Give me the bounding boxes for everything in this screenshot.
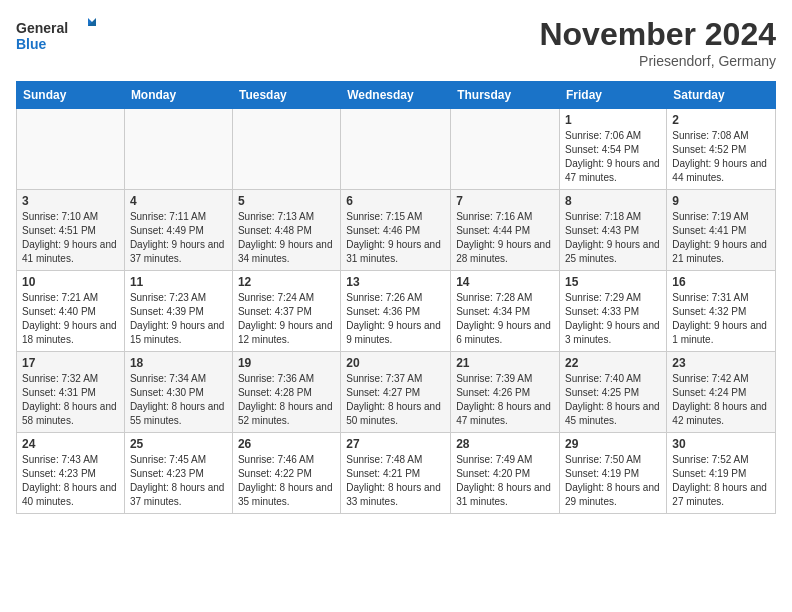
- day-number: 28: [456, 437, 554, 451]
- weekday-header-tuesday: Tuesday: [232, 82, 340, 109]
- day-number: 27: [346, 437, 445, 451]
- day-info: Sunrise: 7:32 AM Sunset: 4:31 PM Dayligh…: [22, 372, 119, 428]
- calendar-header: SundayMondayTuesdayWednesdayThursdayFrid…: [17, 82, 776, 109]
- week-row-3: 10Sunrise: 7:21 AM Sunset: 4:40 PM Dayli…: [17, 271, 776, 352]
- day-number: 6: [346, 194, 445, 208]
- calendar-cell: 11Sunrise: 7:23 AM Sunset: 4:39 PM Dayli…: [124, 271, 232, 352]
- calendar-cell: 4Sunrise: 7:11 AM Sunset: 4:49 PM Daylig…: [124, 190, 232, 271]
- day-info: Sunrise: 7:50 AM Sunset: 4:19 PM Dayligh…: [565, 453, 661, 509]
- calendar-cell: 12Sunrise: 7:24 AM Sunset: 4:37 PM Dayli…: [232, 271, 340, 352]
- calendar-cell: 24Sunrise: 7:43 AM Sunset: 4:23 PM Dayli…: [17, 433, 125, 514]
- day-number: 8: [565, 194, 661, 208]
- logo: General Blue: [16, 16, 96, 56]
- location: Priesendorf, Germany: [539, 53, 776, 69]
- calendar-cell: 17Sunrise: 7:32 AM Sunset: 4:31 PM Dayli…: [17, 352, 125, 433]
- day-number: 18: [130, 356, 227, 370]
- calendar-cell: [341, 109, 451, 190]
- calendar-cell: [451, 109, 560, 190]
- day-number: 1: [565, 113, 661, 127]
- day-number: 24: [22, 437, 119, 451]
- day-number: 26: [238, 437, 335, 451]
- day-number: 11: [130, 275, 227, 289]
- calendar-cell: 18Sunrise: 7:34 AM Sunset: 4:30 PM Dayli…: [124, 352, 232, 433]
- day-number: 20: [346, 356, 445, 370]
- day-info: Sunrise: 7:36 AM Sunset: 4:28 PM Dayligh…: [238, 372, 335, 428]
- day-number: 22: [565, 356, 661, 370]
- day-info: Sunrise: 7:52 AM Sunset: 4:19 PM Dayligh…: [672, 453, 770, 509]
- week-row-5: 24Sunrise: 7:43 AM Sunset: 4:23 PM Dayli…: [17, 433, 776, 514]
- calendar-cell: 5Sunrise: 7:13 AM Sunset: 4:48 PM Daylig…: [232, 190, 340, 271]
- calendar-cell: 26Sunrise: 7:46 AM Sunset: 4:22 PM Dayli…: [232, 433, 340, 514]
- calendar-cell: 19Sunrise: 7:36 AM Sunset: 4:28 PM Dayli…: [232, 352, 340, 433]
- day-info: Sunrise: 7:16 AM Sunset: 4:44 PM Dayligh…: [456, 210, 554, 266]
- day-number: 4: [130, 194, 227, 208]
- day-info: Sunrise: 7:26 AM Sunset: 4:36 PM Dayligh…: [346, 291, 445, 347]
- day-info: Sunrise: 7:42 AM Sunset: 4:24 PM Dayligh…: [672, 372, 770, 428]
- week-row-1: 1Sunrise: 7:06 AM Sunset: 4:54 PM Daylig…: [17, 109, 776, 190]
- title-block: November 2024 Priesendorf, Germany: [539, 16, 776, 69]
- weekday-header-wednesday: Wednesday: [341, 82, 451, 109]
- weekday-header-sunday: Sunday: [17, 82, 125, 109]
- day-number: 30: [672, 437, 770, 451]
- day-number: 17: [22, 356, 119, 370]
- weekday-header-monday: Monday: [124, 82, 232, 109]
- day-info: Sunrise: 7:10 AM Sunset: 4:51 PM Dayligh…: [22, 210, 119, 266]
- day-info: Sunrise: 7:18 AM Sunset: 4:43 PM Dayligh…: [565, 210, 661, 266]
- svg-text:General: General: [16, 20, 68, 36]
- week-row-4: 17Sunrise: 7:32 AM Sunset: 4:31 PM Dayli…: [17, 352, 776, 433]
- day-number: 29: [565, 437, 661, 451]
- calendar-cell: 28Sunrise: 7:49 AM Sunset: 4:20 PM Dayli…: [451, 433, 560, 514]
- day-number: 2: [672, 113, 770, 127]
- day-info: Sunrise: 7:49 AM Sunset: 4:20 PM Dayligh…: [456, 453, 554, 509]
- calendar-cell: 8Sunrise: 7:18 AM Sunset: 4:43 PM Daylig…: [560, 190, 667, 271]
- day-info: Sunrise: 7:48 AM Sunset: 4:21 PM Dayligh…: [346, 453, 445, 509]
- calendar-cell: 15Sunrise: 7:29 AM Sunset: 4:33 PM Dayli…: [560, 271, 667, 352]
- logo-svg: General Blue: [16, 16, 96, 56]
- calendar-cell: 27Sunrise: 7:48 AM Sunset: 4:21 PM Dayli…: [341, 433, 451, 514]
- day-info: Sunrise: 7:21 AM Sunset: 4:40 PM Dayligh…: [22, 291, 119, 347]
- calendar-cell: 30Sunrise: 7:52 AM Sunset: 4:19 PM Dayli…: [667, 433, 776, 514]
- calendar-cell: 21Sunrise: 7:39 AM Sunset: 4:26 PM Dayli…: [451, 352, 560, 433]
- day-info: Sunrise: 7:34 AM Sunset: 4:30 PM Dayligh…: [130, 372, 227, 428]
- day-info: Sunrise: 7:29 AM Sunset: 4:33 PM Dayligh…: [565, 291, 661, 347]
- day-info: Sunrise: 7:13 AM Sunset: 4:48 PM Dayligh…: [238, 210, 335, 266]
- day-number: 14: [456, 275, 554, 289]
- day-info: Sunrise: 7:08 AM Sunset: 4:52 PM Dayligh…: [672, 129, 770, 185]
- calendar-cell: 20Sunrise: 7:37 AM Sunset: 4:27 PM Dayli…: [341, 352, 451, 433]
- calendar-cell: 10Sunrise: 7:21 AM Sunset: 4:40 PM Dayli…: [17, 271, 125, 352]
- day-number: 7: [456, 194, 554, 208]
- page-header: General Blue November 2024 Priesendorf, …: [16, 16, 776, 69]
- calendar-cell: 3Sunrise: 7:10 AM Sunset: 4:51 PM Daylig…: [17, 190, 125, 271]
- day-info: Sunrise: 7:43 AM Sunset: 4:23 PM Dayligh…: [22, 453, 119, 509]
- calendar-cell: 29Sunrise: 7:50 AM Sunset: 4:19 PM Dayli…: [560, 433, 667, 514]
- day-info: Sunrise: 7:39 AM Sunset: 4:26 PM Dayligh…: [456, 372, 554, 428]
- day-number: 16: [672, 275, 770, 289]
- calendar-cell: [232, 109, 340, 190]
- day-number: 15: [565, 275, 661, 289]
- svg-text:Blue: Blue: [16, 36, 47, 52]
- day-info: Sunrise: 7:40 AM Sunset: 4:25 PM Dayligh…: [565, 372, 661, 428]
- calendar-cell: [124, 109, 232, 190]
- day-info: Sunrise: 7:23 AM Sunset: 4:39 PM Dayligh…: [130, 291, 227, 347]
- month-title: November 2024: [539, 16, 776, 53]
- calendar-cell: [17, 109, 125, 190]
- day-info: Sunrise: 7:28 AM Sunset: 4:34 PM Dayligh…: [456, 291, 554, 347]
- calendar-cell: 2Sunrise: 7:08 AM Sunset: 4:52 PM Daylig…: [667, 109, 776, 190]
- day-number: 25: [130, 437, 227, 451]
- day-number: 9: [672, 194, 770, 208]
- day-number: 12: [238, 275, 335, 289]
- calendar-cell: 25Sunrise: 7:45 AM Sunset: 4:23 PM Dayli…: [124, 433, 232, 514]
- day-info: Sunrise: 7:15 AM Sunset: 4:46 PM Dayligh…: [346, 210, 445, 266]
- day-number: 5: [238, 194, 335, 208]
- calendar-table: SundayMondayTuesdayWednesdayThursdayFrid…: [16, 81, 776, 514]
- day-info: Sunrise: 7:45 AM Sunset: 4:23 PM Dayligh…: [130, 453, 227, 509]
- day-info: Sunrise: 7:37 AM Sunset: 4:27 PM Dayligh…: [346, 372, 445, 428]
- weekday-header-thursday: Thursday: [451, 82, 560, 109]
- day-info: Sunrise: 7:31 AM Sunset: 4:32 PM Dayligh…: [672, 291, 770, 347]
- week-row-2: 3Sunrise: 7:10 AM Sunset: 4:51 PM Daylig…: [17, 190, 776, 271]
- day-info: Sunrise: 7:11 AM Sunset: 4:49 PM Dayligh…: [130, 210, 227, 266]
- calendar-cell: 1Sunrise: 7:06 AM Sunset: 4:54 PM Daylig…: [560, 109, 667, 190]
- calendar-cell: 7Sunrise: 7:16 AM Sunset: 4:44 PM Daylig…: [451, 190, 560, 271]
- calendar-cell: 16Sunrise: 7:31 AM Sunset: 4:32 PM Dayli…: [667, 271, 776, 352]
- calendar-cell: 9Sunrise: 7:19 AM Sunset: 4:41 PM Daylig…: [667, 190, 776, 271]
